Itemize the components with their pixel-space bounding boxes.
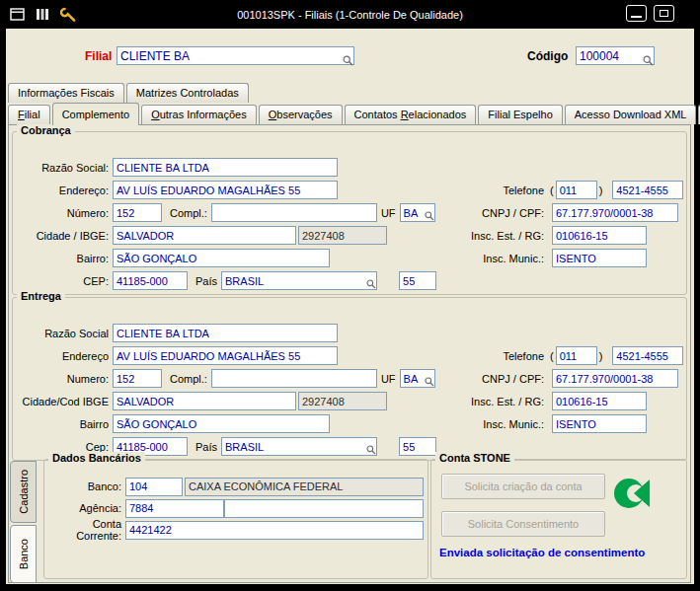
consentimento-status-text: Enviada solicitação de consentimento: [439, 547, 645, 558]
tab-observacoes[interactable]: Observações: [259, 105, 343, 124]
cobranca-cep-row: CEP: País: [15, 269, 684, 292]
cobranca-endereco-row: Endereço: Telefone ( ): [15, 179, 684, 201]
cep-label: Cep:: [15, 441, 113, 453]
insc-est-input[interactable]: [552, 392, 647, 410]
side-tab-cadastro[interactable]: Cadastro: [10, 461, 37, 523]
side-tab-label: Cadastro: [18, 470, 30, 514]
app-icon[interactable]: [8, 7, 26, 23]
insc-mun-cluster: Insc. Munic.:: [406, 412, 647, 435]
insc-est-input[interactable]: [552, 226, 647, 245]
wrench-icon[interactable]: [59, 7, 77, 23]
cnpj-input[interactable]: [552, 203, 678, 222]
magnifier-icon[interactable]: [366, 445, 376, 455]
filial-field-wrap: [117, 46, 354, 67]
insc-mun-input[interactable]: [552, 414, 647, 433]
compl-input[interactable]: [211, 369, 377, 388]
cidade-ibge-label: Cidade/Cod IBGE: [15, 396, 113, 407]
restore-icon[interactable]: [654, 5, 674, 22]
cep-input[interactable]: [113, 271, 188, 290]
banco-label: Banco:: [46, 480, 125, 492]
grid-icon[interactable]: [34, 7, 51, 23]
cidade-input[interactable]: [113, 392, 296, 410]
telefone-ddd-input[interactable]: [556, 181, 597, 199]
conta-corrente-row: Conta Corrente:: [46, 519, 426, 541]
side-tab-label: Banco: [18, 539, 30, 569]
codigo-label: Código: [527, 49, 568, 63]
minimize-icon[interactable]: [626, 5, 647, 22]
agencia-input[interactable]: [125, 499, 224, 518]
conta-corrente-label: Conta Corrente:: [46, 518, 125, 542]
razao-social-input[interactable]: [113, 158, 338, 177]
insc-est-cluster: Insc. Est. / RG:: [406, 390, 647, 412]
numero-input[interactable]: [113, 369, 162, 388]
telefone-ddd-input[interactable]: [556, 346, 597, 365]
tab-filial-espelho[interactable]: Filial Espelho: [478, 105, 562, 124]
entrega-numero-row: Numero: Compl.: UF CNPJ / CPF:: [15, 367, 684, 390]
filial-input[interactable]: [117, 46, 354, 65]
banco-nome-input: [185, 478, 424, 496]
cobranca-razao-row: Razão Social:: [15, 156, 684, 179]
dados-bancarios-title: Dados Bancários: [48, 452, 145, 464]
cobranca-bairro-row: Bairro: Insc. Munic.:: [15, 247, 684, 269]
compl-input[interactable]: [211, 203, 377, 222]
tab-informacoes-fiscais[interactable]: Informações Fiscais: [8, 83, 124, 103]
cidade-ibge-label: Cidade / IBGE:: [15, 230, 113, 242]
entrega-group: Entrega Razão Social Endereço Telefone (…: [12, 297, 687, 461]
pais-codigo-input[interactable]: [399, 271, 436, 290]
cnpj-cluster: CNPJ / CPF:: [406, 367, 678, 390]
numero-input[interactable]: [113, 203, 162, 222]
banco-codigo-input[interactable]: [125, 478, 183, 496]
ibge-input: [298, 392, 387, 410]
paren-close: ): [599, 185, 603, 196]
conta-corrente-input[interactable]: [125, 521, 424, 540]
magnifier-icon[interactable]: [366, 279, 376, 289]
endereco-input[interactable]: [113, 181, 338, 199]
pais-label: País: [195, 275, 217, 287]
telefone-numero-input[interactable]: [612, 181, 683, 199]
entrega-endereco-row: Endereço Telefone ( ): [15, 344, 684, 367]
tab-strip-secondary: Informações Fiscais Matrizes Controladas: [8, 81, 251, 103]
tab-outras-informacoes[interactable]: Outras Informações: [141, 105, 257, 124]
magnifier-icon[interactable]: [343, 55, 353, 66]
agencia-compl-input[interactable]: [224, 499, 424, 518]
compl-label: Compl.:: [170, 373, 207, 385]
insc-mun-input[interactable]: [552, 249, 647, 267]
agencia-row: Agência:: [46, 497, 426, 519]
tab-matrizes-controladas[interactable]: Matrizes Controladas: [126, 83, 249, 103]
insc-est-cluster: Insc. Est. / RG:: [406, 224, 647, 247]
telefone-label: Telefone: [406, 350, 548, 362]
tab-contatos-relacionados[interactable]: Contatos Relacionados: [345, 105, 477, 124]
bairro-input[interactable]: [113, 249, 330, 267]
cep-label: CEP:: [15, 275, 113, 287]
razao-social-input[interactable]: [113, 324, 338, 342]
pais-field-wrap: [221, 271, 377, 290]
tab-acesso-download-xml[interactable]: Acesso Download XML: [565, 105, 697, 124]
solicita-criacao-conta-button[interactable]: Solicita criação da conta: [441, 474, 605, 499]
telefone-label: Telefone: [406, 185, 548, 196]
solicita-consentimento-button[interactable]: Solicita Consentimento: [441, 511, 605, 537]
tab-filial[interactable]: Filial: [8, 105, 50, 124]
pais-input[interactable]: [221, 437, 377, 456]
uf-label: UF: [381, 207, 396, 219]
tab-complemento[interactable]: Complemento: [52, 103, 139, 125]
telefone-numero-input[interactable]: [612, 346, 683, 365]
application-window: 001013SPK - Filiais (1-Controle De Quali…: [0, 0, 700, 591]
cobranca-group-title: Cobrança: [17, 124, 75, 136]
pais-codigo-input[interactable]: [399, 437, 436, 456]
pais-input[interactable]: [221, 271, 377, 290]
telefone-cluster: Telefone ( ): [406, 179, 683, 201]
dados-bancarios-group: Dados Bancários Banco: Agência: Conta Co…: [43, 459, 428, 579]
magnifier-icon[interactable]: [643, 55, 654, 66]
cidade-input[interactable]: [113, 226, 296, 245]
conta-stone-group: Conta STONE Solicita criação da conta So…: [430, 459, 687, 579]
cobranca-group: Cobrança Razão Social: Endereço: Telefon…: [12, 131, 687, 295]
paren-open: (: [550, 350, 554, 362]
endereco-input[interactable]: [113, 346, 338, 365]
entrega-bairro-row: Bairro Insc. Munic.:: [15, 412, 684, 435]
bairro-input[interactable]: [113, 414, 330, 433]
side-tab-banco[interactable]: Banco: [10, 525, 37, 583]
codigo-field-wrap: [576, 46, 655, 67]
insc-mun-label: Insc. Munic.:: [406, 253, 548, 264]
insc-mun-label: Insc. Munic.:: [406, 418, 548, 430]
cnpj-input[interactable]: [552, 369, 678, 388]
